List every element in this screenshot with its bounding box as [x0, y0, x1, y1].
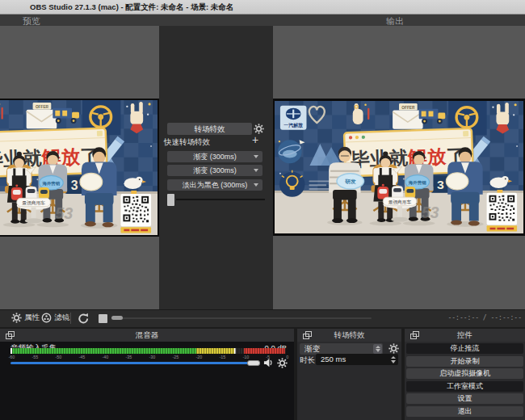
gear-icon: [11, 313, 22, 323]
quick-transition-3[interactable]: 淡出为黑色 (300ms): [167, 179, 262, 191]
add-quick-transition-icon[interactable]: +: [252, 133, 258, 146]
start-recording-button[interactable]: 开始录制: [406, 356, 523, 367]
meter-scale: -60-55 -50-45 -40-35 -30-25 -20-15 -10-5…: [8, 355, 289, 359]
quick-transitions-label: 快速转场特效: [164, 137, 210, 148]
pane-label-strip: 预览 输出: [0, 15, 525, 26]
controls-panel-header[interactable]: 控件: [405, 329, 525, 342]
transition-slider-track[interactable]: [176, 199, 265, 200]
mixer-header[interactable]: 混音器: [0, 329, 294, 342]
chevron-down-icon: [254, 169, 258, 172]
mixer-title: 混音器: [0, 330, 294, 341]
transition-select[interactable]: 渐变: [300, 343, 383, 355]
quick-transition-2[interactable]: 渐变 (300ms): [167, 165, 262, 176]
scale-slider-handle[interactable]: [111, 316, 123, 320]
mixer-gear-icon[interactable]: [277, 358, 288, 368]
transition-settings-gear-icon[interactable]: [388, 343, 399, 354]
transition-slider-handle[interactable]: [167, 194, 174, 206]
chevron-down-icon: [254, 183, 258, 187]
spin-arrows-icon[interactable]: [391, 356, 396, 363]
transition-panel-header[interactable]: 转场特效: [297, 329, 401, 342]
preview-video[interactable]: [0, 99, 159, 237]
filters-button[interactable]: 滤镜: [41, 313, 69, 323]
start-virtual-camera-button[interactable]: 启动虚拟摄像机: [406, 368, 523, 379]
timecode: --:--:-- / --:--:--: [447, 314, 522, 321]
quick-transition-1[interactable]: 渐变 (300ms): [167, 151, 262, 162]
stepper-icon[interactable]: [373, 344, 382, 354]
window-title: OBS Studio 27.1.3 (mac) - 配置文件: 未命名 - 场景…: [30, 2, 233, 11]
duration-label: 时长: [300, 355, 315, 366]
controls-panel-body: 停止推流 开始录制 启动虚拟摄像机 工作室模式 设置 退出: [405, 342, 525, 420]
transition-panel: 转场特效 渐变 时长 250 ms: [297, 329, 401, 420]
divider: [70, 313, 71, 324]
title-bar[interactable]: OBS Studio 27.1.3 (mac) - 配置文件: 未命名 - 场景…: [0, 0, 525, 15]
transition-button[interactable]: 转场特效: [167, 123, 252, 135]
mixer-body: 音频输入采集 0.0 dB -60-55 -50-45 -40-35 -30-2…: [0, 342, 294, 420]
scale-slider-track[interactable]: [111, 317, 372, 319]
exit-button[interactable]: 退出: [406, 406, 523, 417]
stop-square-icon[interactable]: [99, 314, 107, 323]
chevron-down-icon: [254, 155, 258, 158]
filter-icon: [41, 313, 52, 323]
source-toolbar: 属性 滤镜 --:--:-- / --:--:--: [0, 310, 525, 327]
speaker-icon[interactable]: [263, 358, 274, 368]
duration-spinbox[interactable]: 250 ms: [316, 354, 398, 365]
obs-window: OBS Studio 27.1.3 (mac) - 配置文件: 未命名 - 场景…: [0, 0, 525, 420]
controls-panel-title: 控件: [405, 330, 525, 341]
volume-slider-track[interactable]: [10, 362, 260, 364]
refresh-icon[interactable]: [78, 313, 90, 325]
volume-slider-handle[interactable]: [247, 360, 260, 366]
transition-panel-title: 转场特效: [297, 330, 401, 341]
settings-button[interactable]: 设置: [406, 393, 523, 404]
transition-panel-body: 渐变 时长 250 ms: [297, 342, 401, 420]
stop-streaming-button[interactable]: 停止推流: [406, 343, 523, 354]
controls-panel: 控件 停止推流 开始录制 启动虚拟摄像机 工作室模式 设置 退出: [405, 329, 525, 420]
properties-button[interactable]: 属性: [11, 313, 40, 323]
mixer-panel: 混音器 音频输入采集 0.0 dB -60-55 -50-45 -40-35 -…: [0, 329, 294, 420]
program-video[interactable]: [273, 99, 525, 236]
studio-mode-button[interactable]: 工作室模式: [406, 381, 523, 392]
volume-meter: [10, 348, 287, 354]
